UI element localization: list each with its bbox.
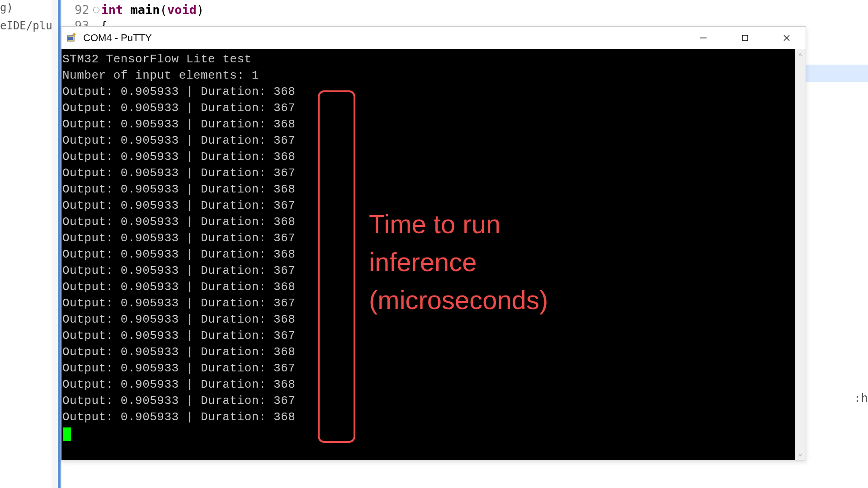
terminal-output-row: Output: 0.905933 | Duration: 367 <box>61 132 795 149</box>
terminal-output-row: Output: 0.905933 | Duration: 368 <box>61 376 795 393</box>
terminal-output-row: Output: 0.905933 | Duration: 367 <box>61 100 795 116</box>
minimize-button[interactable] <box>693 29 714 47</box>
scroll-down-icon[interactable]: ⌄ <box>798 449 802 457</box>
terminal-output-row: Output: 0.905933 | Duration: 367 <box>61 295 795 311</box>
terminal-output-row: Output: 0.905933 | Duration: 367 <box>61 328 795 344</box>
maximize-button[interactable] <box>734 29 756 47</box>
kw-int: int <box>101 3 131 17</box>
terminal-scrollbar[interactable]: ⌃ ⌄ <box>795 49 806 460</box>
terminal[interactable]: STM32 TensorFlow Lite test Number of inp… <box>61 49 795 460</box>
fn-main: main <box>131 3 160 17</box>
ide-right-text: :h <box>854 391 868 405</box>
terminal-output-row: Output: 0.905933 | Duration: 368 <box>61 181 795 197</box>
ide-ruler <box>58 0 61 488</box>
svg-rect-1 <box>68 37 73 40</box>
terminal-cursor <box>63 427 71 441</box>
window-title: COM4 - PuTTY <box>83 32 693 44</box>
terminal-output-row: Output: 0.905933 | Duration: 367 <box>61 263 795 279</box>
terminal-output-row: Output: 0.905933 | Duration: 368 <box>61 311 795 328</box>
ide-fragment-1: g) <box>0 1 52 14</box>
terminal-output-row: Output: 0.905933 | Duration: 368 <box>61 116 795 132</box>
window-titlebar[interactable]: COM4 - PuTTY <box>61 27 806 49</box>
kw-void: void <box>167 3 197 17</box>
terminal-output-row: Output: 0.905933 | Duration: 367 <box>61 197 795 214</box>
terminal-area: STM32 TensorFlow Lite test Number of inp… <box>61 49 806 460</box>
scroll-up-icon[interactable]: ⌃ <box>798 52 802 61</box>
terminal-output-row: Output: 0.905933 | Duration: 368 <box>61 84 795 100</box>
ide-highlight-row <box>805 65 868 82</box>
terminal-output-row: Output: 0.905933 | Duration: 367 <box>61 360 795 376</box>
terminal-output-row: Output: 0.905933 | Duration: 368 <box>61 409 795 425</box>
terminal-header-2: Number of input elements: 1 <box>61 67 795 84</box>
svg-rect-3 <box>742 35 748 41</box>
terminal-output-row: Output: 0.905933 | Duration: 368 <box>61 279 795 295</box>
terminal-output-row: Output: 0.905933 | Duration: 368 <box>61 214 795 230</box>
terminal-header-1: STM32 TensorFlow Lite test <box>61 51 795 67</box>
putty-window: COM4 - PuTTY STM32 TensorFlow Lite test … <box>61 26 806 460</box>
terminal-output-row: Output: 0.905933 | Duration: 367 <box>61 393 795 409</box>
ide-fragment-2: eIDE/plu <box>0 19 52 32</box>
ide-line-92[interactable]: 92int main(void) <box>75 3 204 17</box>
close-button[interactable] <box>776 29 797 47</box>
terminal-output-row: Output: 0.905933 | Duration: 368 <box>61 344 795 360</box>
putty-icon <box>66 33 77 43</box>
fold-icon[interactable] <box>93 7 99 13</box>
terminal-output-row: Output: 0.905933 | Duration: 368 <box>61 246 795 263</box>
line-number-92: 92 <box>75 3 90 17</box>
ide-left-text: g) eIDE/plu <box>0 0 52 33</box>
terminal-output-row: Output: 0.905933 | Duration: 367 <box>61 230 795 246</box>
terminal-output-row: Output: 0.905933 | Duration: 367 <box>61 165 795 181</box>
window-controls <box>693 29 801 47</box>
cursor-line <box>61 425 795 441</box>
paren-close: ) <box>197 3 204 17</box>
terminal-output-row: Output: 0.905933 | Duration: 368 <box>61 149 795 165</box>
paren-open: ( <box>160 3 167 17</box>
